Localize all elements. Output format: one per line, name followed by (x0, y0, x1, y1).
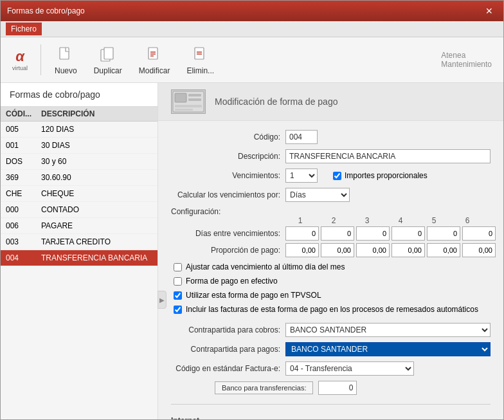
descripcion-label: Descripción: (171, 152, 280, 161)
menu-fichero[interactable]: Fichero (6, 23, 42, 35)
check3-row: Utilizar esta forma de pago en TPVSOL (174, 291, 491, 300)
contrapartida-cobros-label: Contrapartida para cobros: (171, 325, 280, 334)
check2-checkbox[interactable] (174, 277, 182, 286)
list-items: 005120 DIAS 00130 DIAS DOS30 y 60 36930.… (1, 122, 158, 419)
vencimientos-label: Vencimientos: (171, 171, 280, 180)
list-item[interactable]: 36930.60.90 (1, 170, 158, 186)
left-panel: Formas de cobro/pago CÓDI... DESCRIPCIÓN… (1, 83, 158, 419)
left-panel-title: Formas de cobro/pago (1, 83, 158, 107)
importes-proporcionales-check-row: Importes proporcionales (333, 171, 428, 180)
proporcion-row: Proporción de pago: (171, 243, 491, 257)
check2-label: Forma de pago en efectivo (186, 277, 278, 286)
list-item-selected[interactable]: 004TRANSFERENCIA BANCARIA (1, 250, 158, 266)
dias-input-1[interactable] (285, 226, 319, 241)
eliminar-button[interactable]: Elimin... (181, 41, 220, 78)
expand-arrow[interactable]: ▶ (158, 291, 166, 309)
duplicar-icon (98, 44, 118, 65)
dias-inputs (285, 226, 496, 241)
right-panel: Modificación de forma de pago Código: De… (158, 83, 503, 419)
importes-proporcionales-label: Importes proporcionales (345, 171, 428, 180)
desc-col-header: DESCRIPCIÓN (41, 109, 152, 118)
nuevo-label: Nuevo (55, 66, 77, 75)
main-area: Formas de cobro/pago CÓDI... DESCRIPCIÓN… (1, 83, 503, 419)
proporcion-input-2[interactable] (321, 243, 354, 257)
dias-label: Días entre vencimientos: (171, 229, 280, 238)
title-bar: Formas de cobro/pago ✕ (1, 1, 503, 21)
proporcion-input-5[interactable] (427, 243, 460, 257)
logo-area: α virtual (7, 46, 33, 74)
contrapartida-pagos-select[interactable]: BANCO SANTANDER (285, 342, 491, 356)
vencimientos-row: Vencimientos: 123 Importes proporcionale… (171, 169, 491, 183)
calcular-label: Calcular los vencimientos por: (171, 190, 280, 199)
internet-label: Internet (171, 416, 491, 419)
toolbar: α virtual Nuevo Duplicar Modific (1, 37, 503, 82)
duplicar-label: Duplicar (94, 66, 122, 75)
proporcion-label: Proporción de pago: (171, 246, 280, 255)
list-item[interactable]: DOS30 y 60 (1, 154, 158, 170)
logo-label: virtual (12, 65, 28, 71)
window-title: Formas de cobro/pago (7, 6, 85, 15)
mantenimiento-label: Mantenimiento (441, 60, 492, 69)
codigo-input[interactable] (285, 130, 318, 144)
modificar-button[interactable]: Modificar (133, 41, 176, 78)
dias-input-3[interactable] (356, 226, 390, 241)
eliminar-label: Elimin... (186, 66, 214, 75)
dias-input-6[interactable] (462, 226, 496, 241)
proporcion-inputs (285, 243, 496, 257)
codigo-estandar-select[interactable]: 04 - Transferencia (285, 361, 414, 376)
check3-checkbox[interactable] (174, 291, 182, 300)
svg-rect-14 (175, 105, 202, 107)
banco-transferencias-input[interactable] (318, 381, 357, 395)
internet-section: Internet Permitir el uso de esta forma d… (171, 416, 491, 419)
svg-rect-11 (175, 93, 186, 102)
nuevo-icon (55, 44, 76, 65)
descripcion-input[interactable] (285, 149, 491, 163)
list-item[interactable]: 005120 DIAS (1, 122, 158, 138)
proporcion-input-3[interactable] (356, 243, 390, 257)
dias-input-4[interactable] (392, 226, 425, 241)
check4-row: Incluir las facturas de esta forma de pa… (174, 305, 491, 314)
dias-input-2[interactable] (321, 226, 354, 241)
check1-checkbox[interactable] (174, 263, 182, 271)
main-window: Formas de cobro/pago ✕ Fichero α virtual… (0, 0, 504, 420)
codigo-estandar-label: Código en estándar Factura-e: (171, 364, 280, 373)
check4-checkbox[interactable] (174, 306, 182, 314)
proporcion-input-4[interactable] (392, 243, 425, 257)
proporcion-input-6[interactable] (462, 243, 496, 257)
dias-row: Días entre vencimientos: (171, 226, 491, 241)
list-item[interactable]: 00130 DIAS (1, 138, 158, 154)
check3-label: Utilizar esta forma de pago en TPVSOL (186, 291, 321, 300)
section-label: Atenea Mantenimiento (436, 51, 497, 69)
nuevo-button[interactable]: Nuevo (49, 41, 83, 78)
list-header: CÓDI... DESCRIPCIÓN (1, 107, 158, 122)
atena-label: Atenea (441, 51, 492, 60)
check4-label: Incluir las facturas de esta forma de pa… (186, 305, 478, 314)
modificar-icon (144, 44, 165, 65)
svg-rect-7 (195, 48, 204, 59)
contrapartida-pagos-label: Contrapartida para pagos: (171, 345, 280, 354)
duplicar-button[interactable]: Duplicar (88, 41, 128, 78)
banco-transferencias-button[interactable]: Banco para transferencias: (215, 381, 313, 394)
toolbar-area: Fichero α virtual Nuevo Duplicar (1, 21, 503, 83)
list-item[interactable]: 003TARJETA CREDITO (1, 234, 158, 250)
close-button[interactable]: ✕ (482, 5, 497, 17)
list-item[interactable]: 000CONTADO (1, 202, 158, 218)
proporcion-input-1[interactable] (285, 243, 319, 257)
check2-row: Forma de pago en efectivo (174, 277, 491, 286)
calcular-row: Calcular los vencimientos por: Días Mese… (171, 188, 491, 202)
form-title: Modificación de forma de pago (215, 96, 338, 107)
logo-alpha: α (15, 48, 24, 65)
contrapartida-cobros-select[interactable]: BANCO SANTANDER (285, 323, 491, 337)
svg-rect-0 (60, 48, 69, 59)
codigo-row: Código: (171, 130, 491, 144)
check1-row: Ajustar cada vencimiento al último día d… (174, 262, 491, 271)
list-item[interactable]: 006PAGARE (1, 218, 158, 234)
form-body: Código: Descripción: Vencimientos: 123 (158, 121, 503, 419)
svg-rect-13 (188, 98, 201, 101)
list-item[interactable]: CHECHEQUE (1, 186, 158, 202)
calcular-select[interactable]: Días Meses (285, 188, 350, 202)
dias-input-5[interactable] (427, 226, 460, 241)
vencimientos-select[interactable]: 123 (285, 169, 318, 183)
menu-bar: Fichero (1, 21, 503, 37)
importes-proporcionales-checkbox[interactable] (333, 172, 341, 180)
